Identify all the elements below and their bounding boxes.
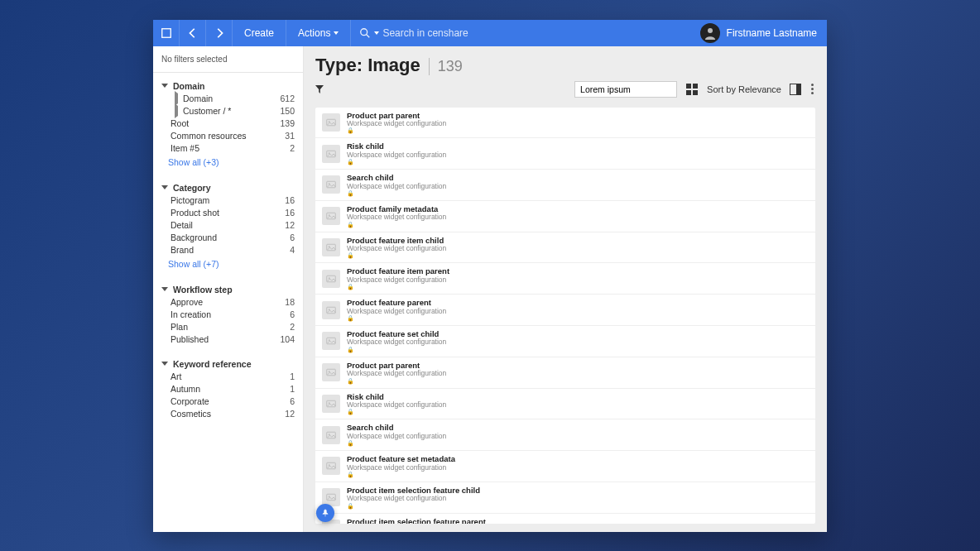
result-row[interactable]: Risk childWorkspace widget configuration… <box>315 138 815 170</box>
pin-fab[interactable] <box>316 504 334 522</box>
filter-icon[interactable] <box>315 82 324 97</box>
result-row[interactable]: Product feature set childWorkspace widge… <box>315 326 815 357</box>
grid-view-icon[interactable] <box>685 83 699 96</box>
result-text: Product feature item parentWorkspace wid… <box>347 267 449 290</box>
result-row[interactable]: Product feature item parentWorkspace wid… <box>315 263 815 295</box>
result-subtitle: Workspace widget configuration <box>347 151 446 159</box>
result-title: Product feature set metadata <box>347 455 455 463</box>
avatar <box>700 23 720 43</box>
results-filter-input[interactable] <box>574 81 677 98</box>
show-all-link[interactable]: Show all (+7) <box>153 256 303 271</box>
result-text: Product feature set childWorkspace widge… <box>347 330 446 352</box>
facet-row[interactable]: Root139 <box>153 117 303 130</box>
result-row[interactable]: Product item selection feature parentWor… <box>315 514 815 524</box>
facet-row[interactable]: Customer / *150 <box>153 105 303 117</box>
global-search-input[interactable] <box>382 27 681 39</box>
more-menu-icon[interactable] <box>809 84 815 94</box>
facet-header[interactable]: Workflow step <box>153 281 303 296</box>
facet-row[interactable]: Approve18 <box>153 296 303 309</box>
thumbnail-icon <box>322 145 340 163</box>
facet-label: Pictogram <box>171 195 285 205</box>
result-title: Search child <box>347 174 446 182</box>
result-row[interactable]: Product part parentWorkspace widget conf… <box>315 357 815 389</box>
thumbnail-icon <box>322 363 340 381</box>
main-panel: Type: Image 139 Sort by Relevance <box>304 46 827 532</box>
lock-icon: 🔒 <box>347 284 449 290</box>
result-row[interactable]: Search childWorkspace widget configurati… <box>315 170 815 201</box>
facet-group: CategoryPictogram16Product shot16Detail1… <box>153 175 303 276</box>
forward-button[interactable] <box>206 20 233 46</box>
thumbnail-icon <box>322 426 340 444</box>
facet-row[interactable]: Autumn1 <box>153 383 303 395</box>
facet-header[interactable]: Category <box>153 180 303 194</box>
facet-count: 612 <box>280 93 295 103</box>
facet-row[interactable]: Item #52 <box>153 142 303 155</box>
facet-row[interactable]: Published104 <box>153 333 303 346</box>
result-row[interactable]: Product feature item childWorkspace widg… <box>315 232 815 264</box>
facet-count: 12 <box>285 409 295 419</box>
lock-icon: 🔒 <box>347 190 446 196</box>
facet-row[interactable]: Background6 <box>153 232 303 244</box>
facet-row[interactable]: Brand4 <box>153 244 303 256</box>
result-row[interactable]: Product family metadataWorkspace widget … <box>315 201 815 232</box>
svg-rect-7 <box>693 90 698 95</box>
lock-icon: 🔒 <box>347 378 446 384</box>
lock-icon: 🔒 <box>347 503 480 509</box>
facet-row[interactable]: Corporate6 <box>153 395 303 408</box>
facet-count: 4 <box>290 245 295 255</box>
facet-row[interactable]: Common resources31 <box>153 130 303 142</box>
app-window: Create Actions Firstname Lastname No fil… <box>153 20 827 532</box>
back-button[interactable] <box>180 20 206 46</box>
facet-row[interactable]: Product shot16 <box>153 207 303 219</box>
result-text: Product feature parentWorkspace widget c… <box>347 299 446 321</box>
thumbnail-icon <box>322 395 340 413</box>
username-label: Firstname Lastname <box>727 27 817 39</box>
result-row[interactable]: Product item selection feature childWork… <box>315 482 815 514</box>
thumbnail-icon <box>322 270 340 288</box>
facet-label: Corporate <box>171 396 290 406</box>
show-all-link[interactable]: Show all (+3) <box>153 155 303 170</box>
create-button[interactable]: Create <box>233 20 286 46</box>
result-row[interactable]: Product part parentWorkspace widget conf… <box>315 108 815 139</box>
facet-row[interactable]: Pictogram16 <box>153 194 303 207</box>
svg-point-3 <box>708 28 713 33</box>
actions-label: Actions <box>298 27 330 39</box>
facet-header[interactable]: Keyword reference <box>153 356 303 371</box>
facet-count: 31 <box>285 131 295 141</box>
facet-row[interactable]: Art1 <box>153 371 303 383</box>
result-row[interactable]: Product feature set metadataWorkspace wi… <box>315 451 815 482</box>
result-row[interactable]: Product feature parentWorkspace widget c… <box>315 295 815 326</box>
sort-dropdown[interactable]: Sort by Relevance <box>707 84 781 94</box>
result-text: Risk childWorkspace widget configuration… <box>347 393 446 415</box>
facet-row[interactable]: Cosmetics12 <box>153 408 303 420</box>
chevron-down-icon <box>161 362 168 366</box>
facet-count: 6 <box>290 396 295 406</box>
facet-header[interactable]: Domain <box>153 78 303 93</box>
facet-row[interactable]: Detail12 <box>153 219 303 232</box>
facet-row[interactable]: In creation6 <box>153 309 303 321</box>
svg-rect-5 <box>693 84 698 89</box>
detail-panel-icon[interactable] <box>790 84 801 95</box>
panel-toggle-button[interactable] <box>153 20 180 46</box>
result-row[interactable]: Search childWorkspace widget configurati… <box>315 419 815 451</box>
no-filters-message: No filters selected <box>153 46 303 73</box>
svg-line-2 <box>367 34 370 37</box>
result-count: 139 <box>429 58 463 75</box>
result-row[interactable]: Risk childWorkspace widget configuration… <box>315 389 815 420</box>
facet-title: Keyword reference <box>173 359 252 369</box>
facet-label: Domain <box>183 93 280 103</box>
lock-icon: 🔒 <box>347 222 446 228</box>
facet-label: Detail <box>171 220 285 230</box>
facet-row[interactable]: Plan2 <box>153 321 303 333</box>
user-menu[interactable]: Firstname Lastname <box>690 20 827 46</box>
actions-button[interactable]: Actions <box>286 20 351 46</box>
global-search <box>351 20 689 46</box>
result-subtitle: Workspace widget configuration <box>347 495 480 502</box>
result-subtitle: Workspace widget configuration <box>347 213 446 221</box>
facet-group: Workflow stepApprove18In creation6Plan2P… <box>153 276 303 351</box>
lock-icon: 🔒 <box>347 315 446 321</box>
thumbnail-icon <box>322 175 340 194</box>
lock-icon: 🔒 <box>347 347 446 352</box>
topbar: Create Actions Firstname Lastname <box>153 20 827 46</box>
result-text: Product feature item childWorkspace widg… <box>347 237 446 259</box>
